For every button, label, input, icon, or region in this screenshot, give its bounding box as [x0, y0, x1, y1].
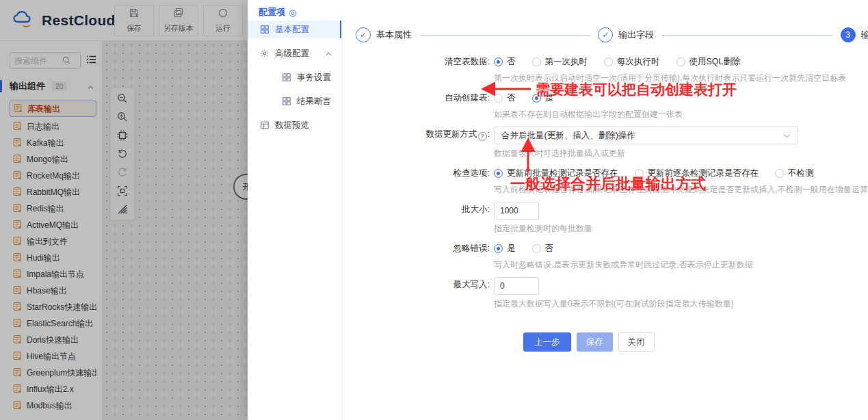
ignore-error-option[interactable]: 否 [532, 243, 554, 254]
prev-step-button[interactable]: 上一步 [523, 332, 571, 352]
field-help-text: 数据量较大时可选择批量插入或更新 [494, 148, 868, 159]
clear-table-data-option[interactable]: 使用SQL删除 [676, 56, 741, 68]
field-help-text: 指定最大数据写入量0表示不限制(可在测试阶段指定最大传输数量) [494, 298, 868, 310]
radio-unchecked-icon[interactable] [676, 57, 685, 66]
drawer-mask[interactable] [0, 0, 248, 420]
ignore-error-options: 是否 [494, 241, 868, 256]
clear-table-data-options: 否第一次执时每次执行时使用SQL删除 [494, 54, 868, 69]
radio-unchecked-icon[interactable] [532, 57, 541, 66]
form-row-max-write: 最大写入:指定最大数据写入量0表示不限制(可在测试阶段指定最大传输数量) [352, 277, 868, 310]
field-label-text: 清空表数据: [445, 57, 490, 66]
radio-option-label: 是 [545, 92, 554, 104]
output-options-form: 清空表数据:否第一次执时每次执行时使用SQL删除第一次执时表示仅启动时清空一次(… [352, 54, 868, 310]
batch-size-input[interactable] [494, 202, 539, 220]
radio-unchecked-icon[interactable] [775, 169, 784, 178]
radio-option-label: 不检测 [788, 168, 814, 179]
config-nav-label: 结果断言 [297, 96, 331, 107]
step-label: 输出选项 [861, 29, 868, 41]
designer-region: RestCloud 保存另存版本运行 输出组 [0, 0, 248, 420]
check-option-options: 更新前批量检测记录是否存在更新前逐条检测记录是否存在不检测 [494, 166, 868, 181]
step-number: 3 [841, 27, 856, 42]
check-option-option[interactable]: 更新前逐条检测记录是否存在 [635, 168, 759, 179]
radio-checked-icon[interactable] [494, 57, 503, 66]
radio-unchecked-icon[interactable] [604, 57, 613, 66]
config-nav-3[interactable]: 事务设置 [248, 68, 341, 86]
wizard-step-2[interactable]: ✓输出字段 [598, 27, 654, 42]
grid-icon [282, 96, 291, 106]
field-label-text: 自动创建表: [445, 93, 490, 103]
field-body-check-option: 更新前批量检测记录是否存在更新前逐条检测记录是否存在不检测写入前检测记录是否存在… [494, 166, 868, 196]
field-body-ignore-error: 是否写入时忽略错误,是表示更新失败或异常时跳过记录,否表示停止更新数据 [494, 241, 868, 271]
check-option-option[interactable]: 不检测 [775, 168, 814, 179]
auto-create-table-options: 否是 [494, 90, 868, 105]
grid-icon [282, 73, 291, 82]
target-icon[interactable]: ◎ [289, 8, 296, 17]
radio-option-label: 更新前逐条检测记录是否存在 [648, 168, 759, 179]
radio-unchecked-icon[interactable] [532, 244, 541, 253]
wizard-step-1[interactable]: ✓基本属性 [356, 27, 412, 42]
grid-icon [260, 25, 269, 34]
radio-unchecked-icon[interactable] [494, 94, 503, 103]
form-row-batch-size: 批大小:指定批量检测时的每批数量 [352, 202, 868, 235]
field-label-check-option: 检查选项: [352, 166, 494, 196]
data-update-mode-select[interactable]: 合并后批量(更新、插入、删除)操作 [494, 127, 798, 144]
config-main: ✓基本属性✓输出字段3输出选项 清空表数据:否第一次执时每次执行时使用SQL删除… [342, 19, 868, 420]
field-label-text: 数据更新方式 [426, 129, 477, 139]
field-help-text: 写入时忽略错误,是表示更新失败或异常时跳过记录,否表示停止更新数据 [494, 259, 868, 271]
field-label-text: 批大小: [462, 205, 490, 214]
radio-checked-icon[interactable] [494, 169, 503, 178]
form-footer: 上一步保存关闭 [523, 332, 655, 352]
step-label: 基本属性 [376, 29, 412, 41]
config-drawer: 配置项 ◎ 基本配置高级配置事务设置结果断言数据预览 ✓基本属性✓输出字段3输出… [248, 0, 868, 420]
table-icon [260, 120, 269, 130]
field-body-data-update-mode: 合并后批量(更新、插入、删除)操作数据量较大时可选择批量插入或更新 [494, 127, 868, 159]
step-check-icon: ✓ [598, 27, 613, 42]
radio-checked-icon[interactable] [532, 94, 541, 103]
config-nav-4[interactable]: 结果断言 [248, 92, 341, 110]
field-help-text: 如果表不存在则自动根据输出字段的配置创建一张表 [494, 109, 868, 120]
step-connector [662, 35, 832, 36]
config-nav-label: 高级配置 [275, 48, 309, 60]
field-body-batch-size: 指定批量检测时的每批数量 [494, 202, 868, 235]
ignore-error-option[interactable]: 是 [494, 243, 516, 254]
field-label-text: 忽略错误: [453, 244, 490, 253]
auto-create-table-option[interactable]: 否 [494, 92, 516, 104]
select-value: 合并后批量(更新、插入、删除)操作 [501, 130, 635, 142]
config-nav-2[interactable]: 高级配置 [248, 44, 341, 62]
form-row-auto-create-table: 自动创建表:否是如果表不存在则自动根据输出字段的配置创建一张表 [352, 90, 868, 120]
clear-table-data-option[interactable]: 否 [494, 56, 516, 68]
config-nav-label: 事务设置 [297, 72, 331, 83]
step-label: 输出字段 [618, 29, 654, 41]
field-label-data-update-mode: 数据更新方式?: [352, 127, 494, 159]
close-button[interactable]: 关闭 [618, 332, 655, 352]
config-nav-1[interactable]: 基本配置 [248, 21, 341, 38]
form-row-clear-table-data: 清空表数据:否第一次执时每次执行时使用SQL删除第一次执时表示仅启动时清空一次(… [352, 54, 868, 84]
form-row-ignore-error: 忽略错误:是否写入时忽略错误,是表示更新失败或异常时跳过记录,否表示停止更新数据 [352, 241, 868, 271]
field-help-text: 第一次执时表示仅启动时清空一次(适用于分页传输),每次执行时表示只要运行一次就先… [494, 73, 868, 84]
config-nav-label: 基本配置 [275, 24, 309, 36]
field-body-max-write: 指定最大数据写入量0表示不限制(可在测试阶段指定最大传输数量) [494, 277, 868, 310]
field-label-text: 检查选项: [453, 168, 490, 178]
clear-table-data-option[interactable]: 第一次执时 [532, 56, 588, 68]
max-write-input[interactable] [494, 277, 539, 295]
field-help-text: 指定批量检测时的每批数量 [494, 223, 868, 235]
clear-table-data-option[interactable]: 每次执行时 [604, 56, 660, 68]
wizard-step-3[interactable]: 3输出选项 [841, 27, 868, 42]
question-circle-icon[interactable]: ? [478, 132, 487, 141]
config-nav-5[interactable]: 数据预览 [248, 116, 341, 134]
radio-option-label: 否 [545, 243, 554, 254]
radio-unchecked-icon[interactable] [635, 169, 644, 178]
radio-option-label: 第一次执时 [545, 56, 588, 68]
step-check-icon: ✓ [356, 27, 371, 42]
field-body-clear-table-data: 否第一次执时每次执行时使用SQL删除第一次执时表示仅启动时清空一次(适用于分页传… [494, 54, 868, 84]
field-label-text: 最大写入: [453, 280, 490, 289]
field-body-auto-create-table: 否是如果表不存在则自动根据输出字段的配置创建一张表 [494, 90, 868, 120]
check-option-option[interactable]: 更新前批量检测记录是否存在 [494, 168, 618, 179]
auto-create-table-option[interactable]: 是 [532, 92, 554, 104]
chevron-up-icon[interactable] [326, 49, 332, 58]
config-nav: 基本配置高级配置事务设置结果断言数据预览 [248, 19, 342, 420]
radio-option-label: 使用SQL删除 [689, 56, 741, 68]
config-title-text: 配置项 [259, 6, 285, 18]
save-button[interactable]: 保存 [577, 332, 613, 352]
radio-checked-icon[interactable] [494, 244, 503, 253]
